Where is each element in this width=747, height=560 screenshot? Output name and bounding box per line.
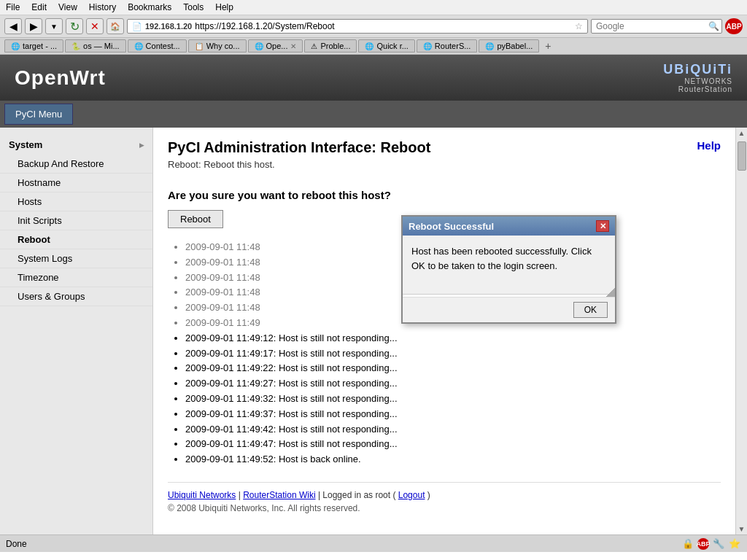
modal-resize-handle[interactable] xyxy=(606,288,615,297)
sidebar-item-hosts[interactable]: Hosts xyxy=(0,192,152,211)
tab-icon: 🌐 xyxy=(11,42,20,50)
address-full: https://192.168.1.20/System/Reboot xyxy=(195,21,334,31)
search-input[interactable] xyxy=(596,21,705,31)
tabs-bar: 🌐 target - ... 🐍 os — Mi... 🌐 Contest...… xyxy=(0,38,747,55)
menu-tools[interactable]: Tools xyxy=(183,2,204,12)
content-area: PyCI Administration Interface: Reboot Re… xyxy=(153,128,735,534)
menu-help[interactable]: Help xyxy=(215,2,233,12)
sidebar-section-system: System ▸ xyxy=(0,135,152,155)
tab-icon: 📋 xyxy=(195,42,204,50)
stop-button[interactable]: ✕ xyxy=(86,18,104,34)
menu-history[interactable]: History xyxy=(89,2,116,12)
sidebar-item-hostname[interactable]: Hostname xyxy=(0,174,152,192)
scroll-track[interactable] xyxy=(738,139,746,524)
tab-close-icon[interactable]: ✕ xyxy=(290,42,296,50)
menu-bookmarks[interactable]: Bookmarks xyxy=(128,2,171,12)
list-item: 2009-09-01 11:49:52: Host is back online… xyxy=(185,452,721,467)
back-button[interactable]: ◀ xyxy=(4,18,22,34)
abp-button[interactable]: ABP xyxy=(725,18,743,34)
page-title-text: PyCI Administration Interface: Reboot xyxy=(168,139,430,156)
tab-pybabel[interactable]: 🌐 pyBabel... xyxy=(479,39,539,52)
page-content: OpenWrt UBiQUiTi NETWORKS RouterStation … xyxy=(0,55,747,534)
tab-label: os — Mi... xyxy=(83,42,120,50)
footer-routerstation-link[interactable]: RouterStation Wiki xyxy=(243,490,315,500)
menu-edit[interactable]: Edit xyxy=(31,2,47,12)
scrollbar[interactable]: ▲ ▼ xyxy=(735,128,747,534)
tab-icon: 🌐 xyxy=(365,42,374,50)
content-header: PyCI Administration Interface: Reboot Re… xyxy=(168,139,721,182)
tab-router[interactable]: 🌐 RouterS... xyxy=(417,39,478,52)
tab-warning-icon: ⚠ xyxy=(311,42,317,50)
pyci-menu-button[interactable]: PyCI Menu xyxy=(4,104,73,125)
tab-os[interactable]: 🐍 os — Mi... xyxy=(65,39,126,52)
address-bar[interactable]: 📄 192.168.1.20 https://192.168.1.20/Syst… xyxy=(127,19,588,34)
reboot-question: Are you sure you want to reboot this hos… xyxy=(168,189,721,201)
list-item: 2009-09-01 11:49:32: Host is still not r… xyxy=(185,392,721,407)
sidebar-arrow-icon: ▸ xyxy=(139,140,144,150)
menu-view[interactable]: View xyxy=(58,2,77,12)
sidebar-section-label: System xyxy=(9,139,42,150)
list-item: 2009-09-01 11:49:27: Host is still not r… xyxy=(185,376,721,392)
tab-contest[interactable]: 🌐 Contest... xyxy=(128,39,187,52)
ubiquiti-networks: NETWORKS xyxy=(663,77,732,85)
tab-ope[interactable]: 🌐 Ope... ✕ xyxy=(248,39,303,52)
tab-icon: 🌐 xyxy=(134,42,143,50)
tab-icon: 🌐 xyxy=(255,42,263,50)
scroll-up-button[interactable]: ▲ xyxy=(738,129,746,137)
lock-icon: 🔒 xyxy=(681,537,694,551)
tab-icon: 🐍 xyxy=(71,42,80,50)
tab-icon: 🌐 xyxy=(485,42,494,50)
footer-ubiquiti-link[interactable]: Ubiquiti Networks xyxy=(168,490,236,500)
help-link[interactable]: Help xyxy=(697,139,721,152)
page-subtitle: Reboot: Reboot this host. xyxy=(168,159,430,170)
ubiquiti-logo: UBiQUiTi NETWORKS RouterStation xyxy=(663,62,732,93)
home-button[interactable]: 🏠 xyxy=(107,18,124,34)
footer-login-end: ) xyxy=(427,490,430,500)
search-icon[interactable]: 🔍 xyxy=(708,21,719,31)
tab-why[interactable]: 📋 Why co... xyxy=(188,39,247,52)
sidebar-item-backup[interactable]: Backup And Restore xyxy=(0,155,152,174)
content: PyCI Administration Interface: Reboot Re… xyxy=(153,128,735,534)
page-footer: Ubiquiti Networks | RouterStation Wiki |… xyxy=(168,482,721,513)
tab-label: target - ... xyxy=(23,42,57,50)
abp-status-icon: ABP xyxy=(697,538,709,550)
status-bar: Done 🔒 ABP 🔧 ⭐ xyxy=(0,534,747,552)
scroll-thumb[interactable] xyxy=(738,141,746,171)
sidebar-item-timezone[interactable]: Timezone xyxy=(0,268,152,287)
sidebar-item-system-logs[interactable]: System Logs xyxy=(0,249,152,268)
modal-titlebar: Reboot Successful ✕ xyxy=(403,217,615,236)
reload-button[interactable]: ↻ xyxy=(66,18,83,34)
address-ip: 192.168.1.20 xyxy=(145,22,192,31)
tab-label: RouterS... xyxy=(435,42,471,50)
list-item: 2009-09-01 11:49:37: Host is still not r… xyxy=(185,407,721,422)
list-item: 2009-09-01 11:49:22: Host is still not r… xyxy=(185,361,721,376)
sidebar-item-users-groups[interactable]: Users & Groups xyxy=(0,287,152,306)
tab-proble[interactable]: ⚠ Proble... xyxy=(304,39,357,52)
scroll-down-button[interactable]: ▼ xyxy=(738,525,746,533)
modal-ok-button[interactable]: OK xyxy=(573,302,608,318)
tab-target[interactable]: 🌐 target - ... xyxy=(4,39,63,52)
pyci-menubar: PyCI Menu xyxy=(0,101,747,128)
sidebar: System ▸ Backup And Restore Hostname Hos… xyxy=(0,128,153,534)
list-item: 2009-09-01 11:49:42: Host is still not r… xyxy=(185,422,721,438)
tab-label: Proble... xyxy=(320,42,350,50)
browser-toolbar: ◀ ▶ ▼ ↻ ✕ 🏠 📄 192.168.1.20 https://192.1… xyxy=(0,15,747,38)
footer-copyright: © 2008 Ubiquiti Networks, Inc. All right… xyxy=(168,503,721,513)
list-item: 2009-09-01 11:49:12: Host is still not r… xyxy=(185,331,721,346)
sidebar-item-init-scripts[interactable]: Init Scripts xyxy=(0,211,152,230)
new-tab-button[interactable]: + xyxy=(541,39,555,52)
dropdown-button[interactable]: ▼ xyxy=(45,18,63,34)
forward-button[interactable]: ▶ xyxy=(25,18,42,34)
modal-close-button[interactable]: ✕ xyxy=(596,220,609,232)
openwrt-title: OpenWrt xyxy=(15,66,106,90)
status-text: Done xyxy=(6,539,27,549)
footer-logout-link[interactable]: Logout xyxy=(398,490,425,500)
tab-label: pyBabel... xyxy=(497,42,533,50)
sidebar-item-reboot[interactable]: Reboot xyxy=(0,230,152,249)
address-star[interactable]: ☆ xyxy=(575,21,583,31)
tab-quickr[interactable]: 🌐 Quick r... xyxy=(358,39,414,52)
menu-file[interactable]: File xyxy=(6,2,20,12)
list-item: 2009-09-01 11:49:47: Host is still not r… xyxy=(185,437,721,452)
search-bar[interactable]: 🔍 xyxy=(591,19,722,34)
reboot-button[interactable]: Reboot xyxy=(168,210,223,228)
